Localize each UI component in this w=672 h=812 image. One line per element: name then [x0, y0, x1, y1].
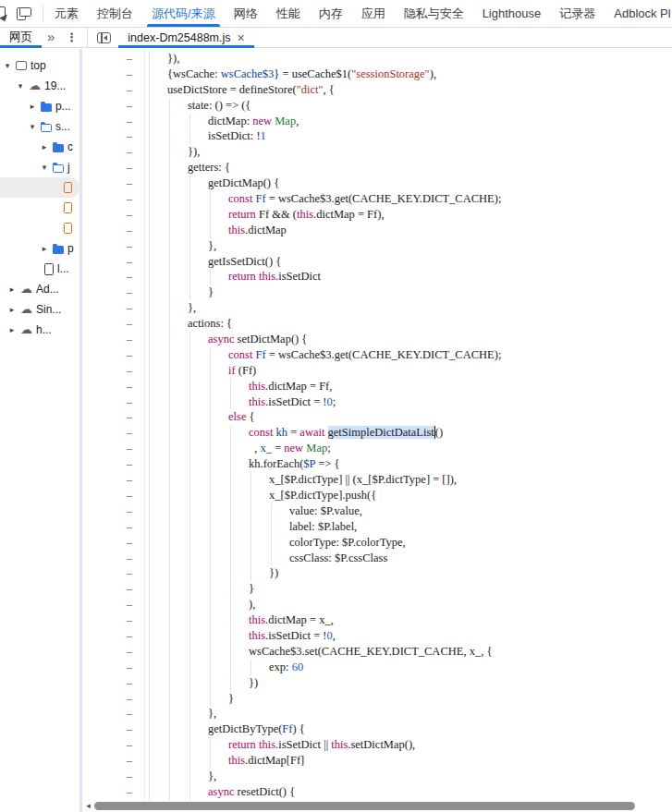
breakpoint-gutter-marker[interactable]: – [82, 300, 132, 316]
breakpoint-gutter-marker[interactable]: – [82, 597, 132, 612]
devtools-panel-tab[interactable]: 内存 [310, 0, 352, 27]
breakpoint-gutter-marker[interactable]: – [82, 425, 132, 441]
code-line[interactable]: –const Ff = wsCache$3.get(CACHE_KEY.DICT… [82, 347, 672, 363]
code-line[interactable]: –}) [82, 675, 672, 691]
code-line[interactable]: –}, [82, 769, 672, 784]
tree-expander-icon[interactable]: ▾ [28, 122, 37, 131]
code-line[interactable]: –}, [82, 706, 672, 721]
breakpoint-gutter-marker[interactable]: – [82, 285, 132, 300]
devtools-panel-tab[interactable]: 元素 [45, 0, 88, 27]
tree-expander-icon[interactable]: ▸ [7, 325, 17, 334]
navigator-page-tab[interactable]: 网页 [0, 28, 42, 47]
tree-item[interactable]: ▸p... [0, 96, 79, 116]
tree-expander-icon[interactable]: ▸ [40, 142, 49, 151]
breakpoint-gutter-marker[interactable]: – [82, 207, 132, 223]
code-line[interactable]: –getDictMap() { [82, 176, 672, 191]
code-line[interactable]: –this.isSetDict = !0, [82, 628, 672, 644]
breakpoint-gutter-marker[interactable]: – [82, 347, 132, 363]
breakpoint-gutter-marker[interactable]: – [82, 488, 132, 503]
breakpoint-gutter-marker[interactable]: – [82, 332, 132, 347]
breakpoint-gutter-marker[interactable]: – [82, 51, 132, 67]
code-line[interactable]: –getters: { [82, 160, 672, 176]
tree-item[interactable]: ▸Sin... [0, 299, 79, 320]
devtools-panel-tab[interactable]: 应用 [352, 0, 395, 27]
code-line[interactable]: –} [82, 691, 672, 707]
devtools-panel-tab[interactable]: 性能 [267, 0, 310, 27]
code-line[interactable]: –return this.isSetDict [82, 269, 672, 285]
code-line[interactable]: –return this.isSetDict || this.setDictMa… [82, 737, 672, 753]
code-line[interactable]: –colorType: $P.colorType, [82, 535, 672, 551]
code-line[interactable]: –const kh = await getSimpleDictDataList(… [82, 425, 672, 441]
code-line[interactable]: – , x_ = new Map; [82, 441, 672, 456]
code-line[interactable]: –}) [82, 565, 672, 581]
breakpoint-gutter-marker[interactable]: – [82, 675, 132, 691]
breakpoint-gutter-marker[interactable]: – [82, 98, 132, 114]
code-line[interactable]: –exp: 60 [82, 660, 672, 675]
tree-item[interactable]: ▾top [0, 55, 79, 76]
tree-expander-icon[interactable]: ▸ [28, 102, 37, 111]
code-line[interactable]: –x_[$P.dictType].push({ [82, 488, 672, 503]
tree-expander-icon[interactable]: ▾ [40, 163, 49, 172]
tree-expander-icon[interactable]: ▾ [3, 61, 12, 70]
breakpoint-gutter-marker[interactable]: – [82, 691, 132, 707]
code-line[interactable]: –), [82, 597, 672, 612]
more-tabs-icon[interactable]: » [42, 28, 58, 47]
tree-expander-icon[interactable]: ▾ [16, 81, 25, 91]
devtools-panel-tab[interactable]: 隐私与安全 [395, 0, 473, 27]
breakpoint-gutter-marker[interactable]: – [82, 551, 132, 566]
code-line[interactable]: –}), [82, 144, 672, 160]
breakpoint-gutter-marker[interactable]: – [82, 254, 132, 270]
code-line[interactable]: –}), [82, 51, 672, 67]
breakpoint-gutter-marker[interactable]: – [82, 114, 132, 129]
code-line[interactable]: –value: $P.value, [82, 503, 672, 519]
code-line[interactable]: –const Ff = wsCache$3.get(CACHE_KEY.DICT… [82, 191, 672, 207]
devtools-panel-tab[interactable]: Adblock Pl [605, 0, 672, 27]
breakpoint-gutter-marker[interactable]: – [82, 784, 132, 800]
breakpoint-gutter-marker[interactable]: – [82, 472, 132, 488]
code-line[interactable]: –async resetDict() { [82, 784, 672, 800]
code-line[interactable]: –getIsSetDict() { [82, 254, 672, 270]
code-line[interactable]: –} [82, 581, 672, 597]
breakpoint-gutter-marker[interactable]: – [82, 191, 132, 207]
code-line[interactable]: –getDictByType(Ff) { [82, 721, 672, 737]
device-toolbar-icon[interactable] [17, 6, 31, 20]
breakpoint-gutter-marker[interactable]: – [82, 753, 132, 769]
breakpoint-gutter-marker[interactable]: – [82, 316, 132, 332]
code-line[interactable]: –this.dictMap = x_, [82, 612, 672, 628]
breakpoint-gutter-marker[interactable]: – [82, 269, 132, 285]
toggle-navigator-icon[interactable] [97, 32, 111, 43]
breakpoint-gutter-marker[interactable]: – [82, 721, 132, 737]
breakpoint-gutter-marker[interactable]: – [82, 82, 132, 98]
breakpoint-gutter-marker[interactable]: – [82, 394, 132, 410]
close-icon[interactable]: × [238, 31, 245, 44]
devtools-panel-tab[interactable]: 控制台 [88, 0, 142, 27]
code-line[interactable]: –async setDictMap() { [82, 332, 672, 347]
breakpoint-gutter-marker[interactable]: – [82, 644, 132, 660]
code-line[interactable]: –return Ff && (this.dictMap = Ff), [82, 207, 672, 223]
devtools-panel-tab[interactable]: 记录器 [550, 0, 605, 27]
tree-item[interactable] [0, 177, 79, 198]
breakpoint-gutter-marker[interactable]: – [82, 737, 132, 753]
breakpoint-gutter-marker[interactable]: – [82, 379, 132, 394]
code-line[interactable]: –label: $P.label, [82, 519, 672, 535]
tree-item[interactable]: ▸Ad... [0, 279, 79, 299]
breakpoint-gutter-marker[interactable]: – [82, 519, 132, 535]
breakpoint-gutter-marker[interactable]: – [82, 176, 132, 191]
breakpoint-gutter-marker[interactable]: – [82, 67, 132, 82]
devtools-panel-tab[interactable]: Lighthouse [473, 0, 551, 27]
code-line[interactable]: –this.dictMap[Ff] [82, 753, 672, 769]
breakpoint-gutter-marker[interactable]: – [82, 660, 132, 675]
breakpoint-gutter-marker[interactable]: – [82, 144, 132, 160]
selected-word-highlight[interactable]: getSimpleDictDataList [328, 426, 435, 439]
breakpoint-gutter-marker[interactable]: – [82, 363, 132, 379]
overflow-menu-icon[interactable]: ⋮ [58, 28, 85, 47]
tree-item[interactable]: ▾s... [0, 116, 79, 137]
breakpoint-gutter-marker[interactable]: – [82, 769, 132, 784]
breakpoint-gutter-marker[interactable]: – [82, 128, 132, 144]
breakpoint-gutter-marker[interactable]: – [82, 581, 132, 597]
code-line[interactable]: –this.dictMap = Ff, [82, 379, 672, 394]
breakpoint-gutter-marker[interactable]: – [82, 503, 132, 519]
tree-item[interactable]: l... [0, 259, 79, 279]
code-line[interactable]: –cssClass: $P.cssClass [82, 551, 672, 566]
code-line[interactable]: –} [82, 285, 672, 300]
